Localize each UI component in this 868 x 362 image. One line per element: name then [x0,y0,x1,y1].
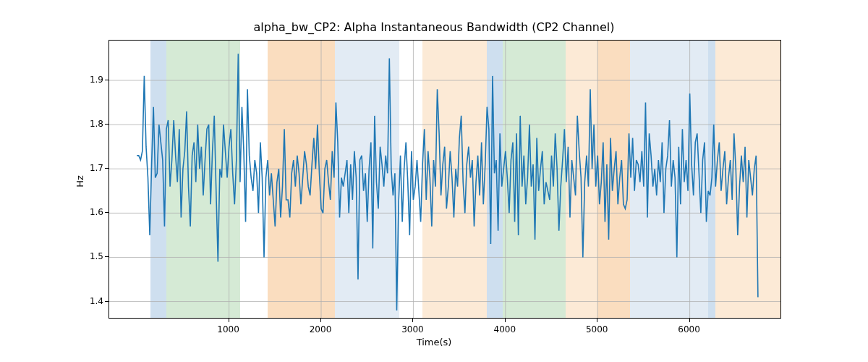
y-tick-label: 1.4 [83,296,103,306]
y-tick-label: 1.5 [83,251,103,261]
y-tick-label: 1.9 [83,75,103,85]
y-tick-label: 1.8 [83,119,103,129]
plot-svg [109,41,780,318]
y-tick-mark [105,256,109,257]
y-tick-mark [105,301,109,302]
x-tick-mark [597,319,597,322]
y-tick-mark [105,212,109,213]
x-tick-mark [229,319,229,322]
y-tick-mark [105,124,109,125]
x-tick-label: 2000 [310,324,332,334]
chart-title: alpha_bw_CP2: Alpha Instantaneous Bandwi… [0,20,868,34]
x-axis-label: Time(s) [0,337,868,348]
x-tick-mark [412,319,413,322]
line-series [137,54,758,310]
y-tick-label: 1.6 [83,207,103,217]
x-tick-label: 4000 [494,324,516,334]
x-tick-label: 3000 [401,324,424,334]
plot-area [109,40,781,319]
x-tick-mark [505,319,506,322]
x-tick-label: 6000 [678,324,700,334]
x-tick-mark [320,319,321,322]
y-tick-label: 1.7 [83,163,103,173]
y-tick-mark [105,80,109,80]
x-tick-label: 5000 [586,324,608,334]
y-axis-label: Hz [72,0,87,362]
y-tick-mark [105,168,109,169]
figure: alpha_bw_CP2: Alpha Instantaneous Bandwi… [0,0,868,362]
x-tick-label: 1000 [217,324,239,334]
x-tick-mark [689,319,690,322]
